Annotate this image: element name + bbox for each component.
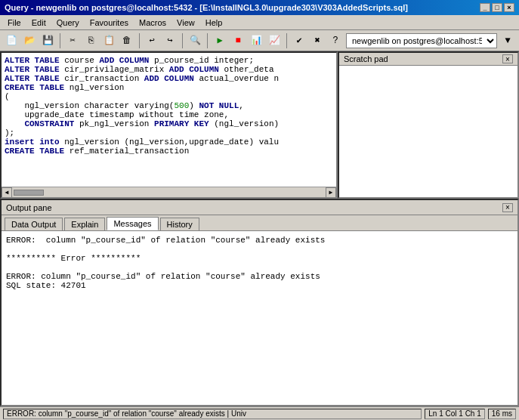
rollback-button[interactable]: ✖ [309,32,326,49]
help-button[interactable]: ? [327,32,344,49]
connect-button[interactable]: ▼ [499,32,516,49]
commit-button[interactable]: ✔ [291,32,307,49]
toolbar: 📄 📂 💾 ✂ ⎘ 📋 🗑 ↩ ↪ 🔍 ▶ ■ 📊 📈 ✔ ✖ ? newgen… [0,30,519,51]
tab-data-output[interactable]: Data Output [5,218,63,230]
title-bar: Query - newgenlib on postgres@localhost:… [0,0,519,15]
scroll-track [14,190,324,196]
output-area: Output pane × Data Output Explain Messag… [0,199,519,406]
undo-button[interactable]: ↩ [144,32,160,49]
main-area: ALTER TABLE course ADD COLUMN p_course_i… [0,51,519,199]
scroll-left-arrow[interactable]: ◀ [2,187,12,198]
sep3 [182,33,183,48]
find-button[interactable]: 🔍 [187,32,203,49]
clear-button[interactable]: 🗑 [119,32,135,49]
paste-button[interactable]: 📋 [100,32,117,49]
sql-editor-hscroll[interactable]: ◀ ▶ [2,187,336,197]
title-text: Query - newgenlib on postgres@localhost:… [5,3,408,12]
status-timing-text: 16 ms [492,409,512,418]
menu-view[interactable]: View [172,17,199,28]
stop-button[interactable]: ■ [230,32,246,49]
scroll-right-arrow[interactable]: ▶ [326,187,336,198]
status-pos-text: Ln 1 Col 1 Ch 1 [428,409,481,418]
tab-messages[interactable]: Messages [107,217,158,230]
tab-explain[interactable]: Explain [64,218,105,230]
sql-editor-pane: ALTER TABLE course ADD COLUMN p_course_i… [0,51,338,199]
status-left-text: ERROR: column "p_course_id" of relation … [7,409,246,418]
sql-editor[interactable]: ALTER TABLE course ADD COLUMN p_course_i… [2,53,336,187]
menu-favourites[interactable]: Favourites [85,17,133,28]
status-position: Ln 1 Col 1 Ch 1 [425,409,485,419]
explain-analyze-button[interactable]: 📈 [266,32,283,49]
menu-macros[interactable]: Macros [134,17,171,28]
sep5 [286,33,287,48]
status-bar: ERROR: column "p_course_id" of relation … [0,406,519,420]
close-button[interactable]: × [504,3,514,12]
scratch-pad-title: Scratch pad [344,54,388,63]
connection-dropdown-container: newgenlib on postgres@localhost:5432 ▼ [346,32,516,49]
save-button[interactable]: 💾 [39,32,56,49]
cut-button[interactable]: ✂ [64,32,81,49]
connection-select[interactable]: newgenlib on postgres@localhost:5432 [346,33,497,48]
redo-button[interactable]: ↪ [162,32,178,49]
open-file-button[interactable]: 📂 [21,32,38,49]
menu-help[interactable]: Help [201,17,227,28]
run-button[interactable]: ▶ [212,32,228,49]
new-file-button[interactable]: 📄 [3,32,20,49]
sep1 [60,33,60,48]
explain-button[interactable]: 📊 [248,32,264,49]
output-messages: ERROR: column "p_course_id" of relation … [2,230,517,405]
maximize-button[interactable]: □ [492,3,502,12]
sep2 [139,33,140,48]
output-pane-header: Output pane × [2,200,517,215]
sep4 [207,33,208,48]
menu-file[interactable]: File [3,17,26,28]
output-tabs-bar: Data Output Explain Messages History [2,215,517,230]
scratch-pad-close[interactable]: × [502,54,513,63]
status-timing: 16 ms [488,409,516,419]
output-pane-close[interactable]: × [502,203,513,212]
output-pane: Output pane × Data Output Explain Messag… [0,199,519,406]
menu-bar: File Edit Query Favourites Macros View H… [0,15,519,30]
scratch-pad-content[interactable] [339,66,517,197]
scroll-thumb[interactable] [14,190,44,196]
copy-button[interactable]: ⎘ [82,32,99,49]
output-pane-title: Output pane [6,203,52,212]
output-messages-text: ERROR: column "p_course_id" of relation … [6,236,513,290]
title-bar-buttons: _ □ × [480,3,514,12]
menu-query[interactable]: Query [52,17,84,28]
tab-history[interactable]: History [160,218,199,230]
minimize-button[interactable]: _ [480,3,490,12]
status-message: ERROR: column "p_course_id" of relation … [3,409,422,419]
scratch-pad-header: Scratch pad × [339,53,517,66]
menu-edit[interactable]: Edit [27,17,51,28]
scratch-pad-pane: Scratch pad × [338,51,519,199]
